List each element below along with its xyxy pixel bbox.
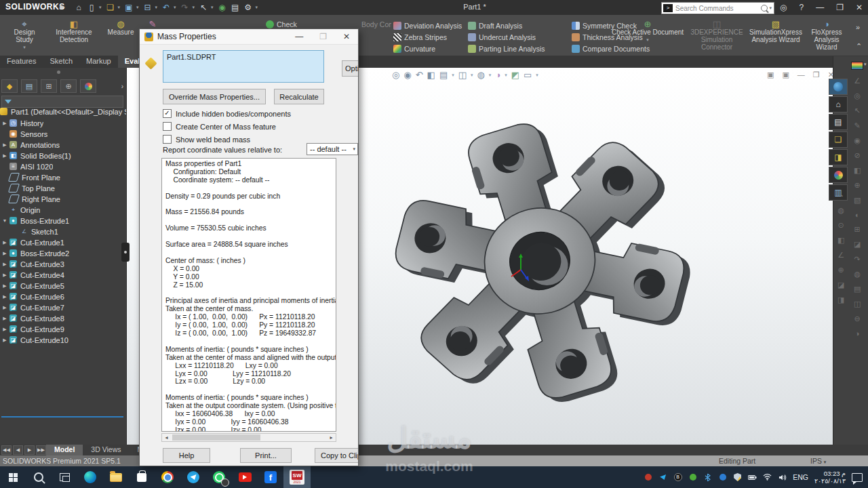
hide-show-items-icon[interactable]: ◑ bbox=[495, 70, 500, 80]
microsoft-store-button[interactable] bbox=[129, 466, 155, 488]
coordinate-system-select[interactable]: -- default -- ▾ bbox=[307, 143, 358, 155]
user-account-icon[interactable]: ◎ bbox=[780, 3, 787, 12]
appearance-swatch-icon[interactable] bbox=[851, 62, 863, 70]
scroll-right-icon[interactable]: ▸ bbox=[327, 434, 336, 441]
configuration-manager-icon[interactable]: ⊞ bbox=[41, 79, 57, 93]
section-view-icon[interactable]: ◧ bbox=[427, 70, 435, 80]
checkbox-icon[interactable]: ✓ bbox=[163, 109, 172, 118]
dialog-close-button[interactable]: ✕ bbox=[343, 32, 350, 41]
expand-icon[interactable]: ▶ bbox=[0, 338, 9, 343]
results-horizontal-scrollbar[interactable]: ◂ ▸ bbox=[161, 433, 336, 442]
tab-features[interactable]: Features bbox=[0, 56, 43, 68]
expand-icon[interactable]: ▶ bbox=[0, 153, 9, 159]
expand-icon[interactable]: ▶ bbox=[0, 283, 9, 289]
redo-icon[interactable]: ↷ bbox=[180, 3, 191, 12]
design-library-tab[interactable]: ▤ bbox=[829, 114, 848, 130]
rebuild-icon[interactable]: ◉ bbox=[217, 3, 228, 12]
panel-drag-handle[interactable] bbox=[57, 70, 60, 74]
chrome-button[interactable] bbox=[155, 466, 180, 488]
tree-item-material[interactable]: ≡AISI 1020 bbox=[0, 161, 126, 171]
view-settings-icon[interactable]: ◩ bbox=[511, 70, 519, 80]
simulationxpress-button[interactable]: ▧ SimulationXpressAnalysis Wizard bbox=[746, 20, 806, 43]
file-explorer-button[interactable] bbox=[103, 466, 129, 488]
model-part-coupling[interactable] bbox=[377, 95, 703, 427]
expand-icon[interactable]: ▶ bbox=[0, 327, 9, 332]
scrollbar-thumb[interactable] bbox=[172, 434, 260, 441]
parting-line-analysis-button[interactable]: Parting Line Analysis bbox=[468, 45, 545, 53]
options-gear-icon[interactable]: ⚙ bbox=[243, 3, 254, 12]
doc-cascade-icon[interactable]: ▣ bbox=[767, 70, 774, 79]
options-button[interactable]: Options... bbox=[342, 60, 359, 77]
expand-icon[interactable]: ▶ bbox=[0, 121, 9, 126]
wifi-icon[interactable] bbox=[763, 473, 772, 482]
task-view-button[interactable] bbox=[52, 466, 77, 488]
menu-expand-icon[interactable]: ▶ bbox=[60, 3, 65, 10]
restore-button[interactable]: ❐ bbox=[836, 3, 844, 12]
dimxpert-manager-icon[interactable]: ⊕ bbox=[60, 79, 77, 93]
tree-item-right-plane[interactable]: Right Plane bbox=[0, 194, 126, 204]
tree-item-boss-extrude2[interactable]: ▶●Boss-Extrude2 bbox=[0, 248, 126, 258]
design-study-button[interactable]: ⌖ Design Study ▾ bbox=[5, 20, 43, 51]
select-icon[interactable]: ↖ bbox=[198, 3, 209, 12]
bluetooth-icon[interactable] bbox=[703, 473, 712, 482]
expand-icon[interactable]: ▶ bbox=[0, 316, 9, 321]
doc-tile-icon[interactable]: ▣ bbox=[782, 70, 789, 79]
mass-properties-results[interactable]: Mass properties of Part1 Configuration: … bbox=[161, 158, 336, 432]
search-icon[interactable] bbox=[761, 5, 768, 12]
scene-icon[interactable]: ▭ bbox=[524, 70, 532, 80]
tree-root[interactable]: Part1 (Default<<Default>_Display St bbox=[0, 106, 126, 117]
display-style-icon[interactable]: ◍ bbox=[477, 70, 485, 80]
featuremanager-tree-icon[interactable]: ◆ bbox=[1, 79, 18, 93]
zoom-area-icon[interactable]: ◉ bbox=[403, 70, 411, 80]
copy-to-clipboard-button[interactable]: Copy to Clipboard bbox=[315, 448, 359, 463]
dialog-title-bar[interactable]: Mass Properties — ❐ ✕ bbox=[140, 29, 358, 45]
3dexperience-tab[interactable] bbox=[829, 79, 848, 95]
tree-item-top-plane[interactable]: Top Plane bbox=[0, 183, 126, 193]
telegram-button[interactable] bbox=[180, 466, 206, 488]
search-dropdown-icon[interactable]: ▾ bbox=[769, 5, 772, 11]
tree-item-cut-extrude7[interactable]: ▶◪Cut-Extrude7 bbox=[0, 302, 126, 312]
annotation-dropdown-icon[interactable]: ▾ bbox=[452, 73, 454, 78]
tree-item-cut-extrude5[interactable]: ▶◪Cut-Extrude5 bbox=[0, 281, 126, 291]
zebra-stripes-button[interactable]: Zebra Stripes bbox=[393, 33, 447, 41]
action-center-icon[interactable] bbox=[852, 473, 863, 482]
save-icon[interactable]: ▣ bbox=[123, 3, 134, 12]
youtube-button[interactable] bbox=[232, 466, 258, 488]
file-explorer-tab[interactable]: ❏ bbox=[829, 131, 848, 148]
open-dropdown-icon[interactable]: ▾ bbox=[118, 5, 121, 10]
view-palette-tab[interactable]: ◨ bbox=[829, 149, 848, 165]
orientation-dropdown-icon[interactable]: ▾ bbox=[471, 73, 473, 78]
first-tab-icon[interactable]: ◀◀ bbox=[1, 445, 12, 455]
help-icon[interactable]: ? bbox=[799, 3, 804, 12]
appearances-tab[interactable] bbox=[829, 167, 848, 183]
facebook-button[interactable]: f bbox=[258, 466, 283, 488]
zoom-fit-icon[interactable]: ◎ bbox=[392, 70, 399, 80]
battery-icon[interactable] bbox=[748, 473, 757, 482]
check-button[interactable]: Check bbox=[266, 20, 297, 28]
ribbon-collapse-icon[interactable]: ⌃ bbox=[856, 42, 862, 51]
scroll-left-icon[interactable]: ◂ bbox=[162, 434, 171, 441]
tree-item-cut-extrude8[interactable]: ▶◪Cut-Extrude8 bbox=[0, 313, 126, 323]
floxpress-button[interactable]: ◑ FloXpressAnalysis Wizard bbox=[804, 20, 849, 51]
tab-sketch[interactable]: Sketch bbox=[43, 56, 79, 68]
tree-item-cut-extrude3[interactable]: ▶◪Cut-Extrude3 bbox=[0, 259, 126, 269]
override-mass-properties-button[interactable]: Override Mass Properties... bbox=[163, 89, 266, 104]
dialog-minimize-button[interactable]: — bbox=[295, 32, 303, 41]
ribbon-overflow-icon[interactable]: » bbox=[856, 23, 860, 31]
tree-item-history[interactable]: ▶◷History bbox=[0, 118, 126, 128]
previous-view-icon[interactable]: ↶ bbox=[416, 70, 423, 80]
solidworks-taskbar-button[interactable]: SW2021 bbox=[283, 466, 311, 488]
tree-item-cut-extrude4[interactable]: ▶◪Cut-Extrude4 bbox=[0, 270, 126, 280]
save-dropdown-icon[interactable]: ▾ bbox=[136, 5, 139, 10]
tab-markup[interactable]: Markup bbox=[79, 56, 118, 68]
open-icon[interactable]: ❏ bbox=[105, 3, 116, 12]
doc-minimize-button[interactable]: — bbox=[797, 70, 805, 79]
panel-splitter-handle[interactable] bbox=[121, 243, 130, 262]
display-manager-icon[interactable] bbox=[80, 79, 96, 93]
gpu-tray-icon[interactable] bbox=[644, 473, 652, 482]
tree-item-cut-extrude10[interactable]: ▶◪Cut-Extrude10 bbox=[0, 335, 126, 345]
recalculate-button[interactable]: Recalculate bbox=[274, 89, 324, 104]
search-input[interactable]: Search Commands bbox=[675, 5, 734, 12]
tree-item-cut-extrude9[interactable]: ▶◪Cut-Extrude9 bbox=[0, 324, 126, 334]
next-tab-icon[interactable]: ▶ bbox=[24, 445, 35, 455]
